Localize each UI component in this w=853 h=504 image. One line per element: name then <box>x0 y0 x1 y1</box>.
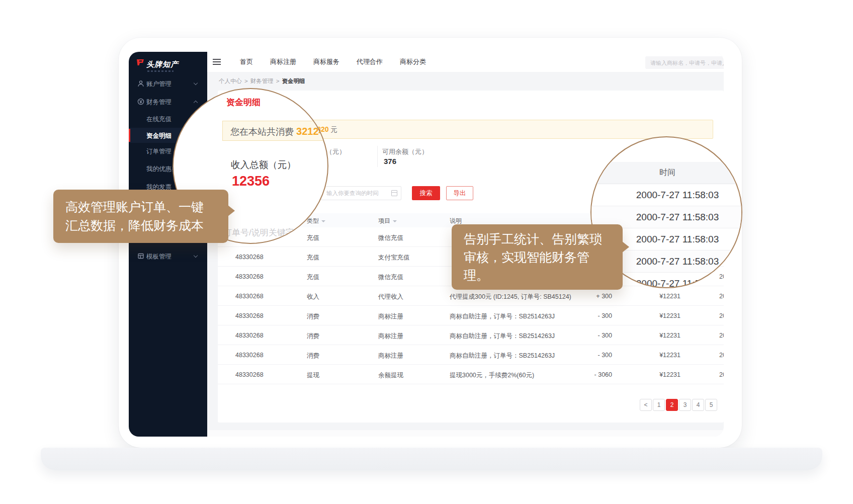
calendar-icon[interactable] <box>391 190 397 196</box>
table-row: 48330268消费商标注册商标自助注册，订单号：SB2514263J- 300… <box>218 325 724 345</box>
magnified-income-label: 收入总额（元） <box>231 158 296 171</box>
logo-tagline <box>147 70 174 72</box>
chevron-up-icon <box>194 101 198 105</box>
magnified-income-value: 12356 <box>232 174 270 189</box>
magnified-time-header: 时间 <box>591 162 742 184</box>
hamburger-icon[interactable] <box>213 59 221 60</box>
header-type[interactable]: 类型 <box>307 217 325 225</box>
callout-line: 理。 <box>464 266 611 284</box>
breadcrumb: 个人中心 > 财务管理 > 资金明细 <box>219 76 305 86</box>
nav-item-agent-cooperation[interactable]: 代理合作 <box>357 57 383 66</box>
sidebar: 头牌知产 账户管理 财务管理 在线充值 资金明细 <box>129 52 207 437</box>
pagination-page-1[interactable]: 1 <box>653 399 665 411</box>
magnified-banner-text: 您在本站共消费 32124 元 <box>230 126 328 138</box>
sidebar-item-finance[interactable]: 财务管理 <box>129 94 207 109</box>
top-nav: 首页 商标注册 商标服务 代理合作 商标分类 <box>240 52 426 72</box>
template-icon <box>137 253 144 260</box>
footer-strip <box>207 430 724 437</box>
pagination: < 1 2 3 4 5 <box>640 399 717 411</box>
callout-arrow-right-icon <box>228 205 235 216</box>
sidebar-item-label: 财务管理 <box>146 98 172 107</box>
date-input[interactable] <box>321 186 401 200</box>
callout-line: 审核，实现智能财务管 <box>464 248 611 266</box>
callout-right: 告别手工统计、告别繁琐 审核，实现智能财务管 理。 <box>452 224 623 290</box>
logo-text: 头牌知产 <box>146 60 179 69</box>
sidebar-item-label: 账户管理 <box>146 80 172 89</box>
pagination-page-4[interactable]: 4 <box>692 399 704 411</box>
sidebar-item-templates[interactable]: 模板管理 <box>129 248 207 264</box>
pagination-page-2-active[interactable]: 2 <box>666 399 678 411</box>
export-button[interactable]: 导出 <box>446 186 473 200</box>
pagination-page-3[interactable]: 3 <box>679 399 691 411</box>
magnified-tab-label: 资金明细 <box>226 97 261 108</box>
table-row: 48330268消费商标注册商标自助注册，订单号：SB2514263J- 300… <box>218 345 724 365</box>
magnified-time-row: 2000-7-27 11:58:03 <box>591 184 742 206</box>
caret-down-icon <box>393 220 397 222</box>
header-project[interactable]: 项目 <box>378 217 397 225</box>
sidebar-item-label: 模板管理 <box>146 253 172 261</box>
person-icon <box>137 80 144 87</box>
chevron-down-icon <box>194 254 198 258</box>
sidebar-item-account[interactable]: 账户管理 <box>129 76 207 91</box>
callout-left: 高效管理账户订单、一键 汇总数据，降低财务成本 <box>53 190 228 243</box>
search-button[interactable]: 搜索 <box>412 186 440 200</box>
stage: 头牌知产 账户管理 财务管理 在线充值 资金明细 <box>0 0 853 504</box>
callout-line: 汇总数据，降低财务成本 <box>65 216 216 235</box>
caret-down-icon <box>321 220 325 222</box>
chevron-down-icon <box>194 81 198 85</box>
balance-label: 可用余额（元） <box>382 147 428 156</box>
stat-divider <box>377 146 378 167</box>
nav-item-trademark-category[interactable]: 商标分类 <box>400 57 426 66</box>
callout-arrow-right-icon <box>622 241 629 253</box>
balance-value: 376 <box>384 157 396 165</box>
laptop-base <box>41 448 822 470</box>
callout-line: 高效管理账户订单、一键 <box>65 198 216 216</box>
table-row: 48330268消费商标注册商标自助注册，订单号：SB2514263J- 300… <box>218 306 724 325</box>
callout-line: 告别手工统计、告别繁琐 <box>464 230 611 248</box>
finance-icon <box>137 98 144 105</box>
nav-item-home[interactable]: 首页 <box>240 57 253 66</box>
pagination-page-5[interactable]: 5 <box>705 399 717 411</box>
trademark-search-input[interactable] <box>645 56 724 69</box>
nav-item-trademark-register[interactable]: 商标注册 <box>270 57 296 66</box>
breadcrumb-part[interactable]: 个人中心 <box>219 77 242 85</box>
nav-item-trademark-service[interactable]: 商标服务 <box>313 57 339 66</box>
breadcrumb-part[interactable]: 财务管理 <box>250 77 274 85</box>
pagination-prev[interactable]: < <box>640 399 652 411</box>
table-row: 48330268提现余额提现提现3000元，手续费2%(60元)- 3060¥1… <box>218 365 724 384</box>
breadcrumb-current: 资金明细 <box>282 77 305 85</box>
logo-icon <box>135 58 145 69</box>
